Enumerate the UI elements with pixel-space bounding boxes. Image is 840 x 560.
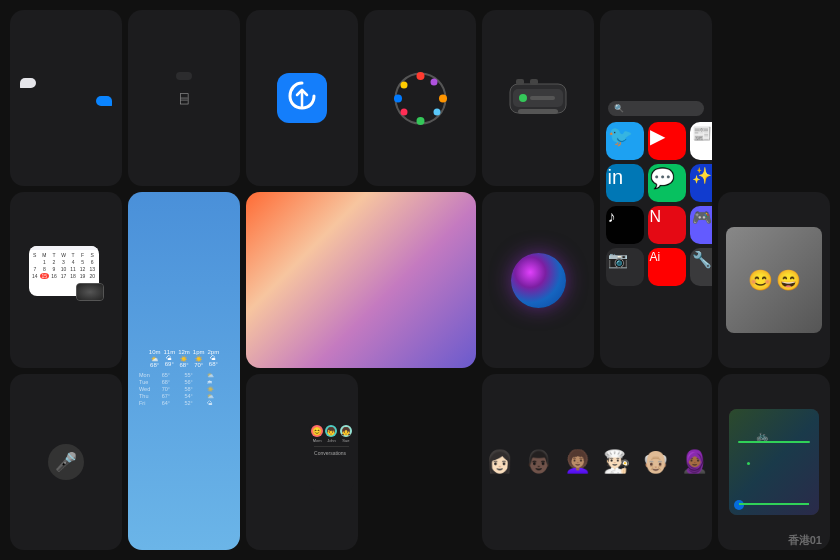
- app-folder-photo: 📷: [606, 248, 644, 286]
- main-grid: ⌸: [0, 0, 840, 560]
- car-keys-label: [482, 175, 594, 181]
- svg-point-8: [433, 108, 440, 115]
- translate-bubble-en: [20, 78, 36, 88]
- memoji-1: 👩🏻: [482, 445, 517, 480]
- app-folder-wechat: 💬: [648, 164, 686, 202]
- app-library-label: [600, 357, 712, 363]
- memoji-6: 🧕🏾: [677, 445, 712, 480]
- translate-card: [10, 10, 122, 186]
- new-memoji-card: 👩🏻 👨🏿 👩🏽‍🦱 🧑🏻‍🍳 👴🏼 🧕🏾: [482, 374, 712, 550]
- app-library-card: 🔍 🐦 ▶ 📰 🎵 in 💬 ✨ ▶ ♪ N 🎮 ⋯ 📷 Ai 🔧 📚: [600, 10, 712, 368]
- app-clips-card: [246, 10, 358, 186]
- pinned-conversations-card: 😊 Mom 👦 John 👧 Sue Conversations: [246, 374, 358, 550]
- memoji-row: 👩🏻 👨🏿 👩🏽‍🦱 🧑🏻‍🍳 👴🏼 🧕🏾: [482, 445, 712, 480]
- translate-bubble-zh: [96, 96, 112, 106]
- cycling-card: 🚲: [718, 374, 830, 550]
- cycling-map: 🚲: [729, 409, 819, 515]
- app-folder-utils: 🔧: [690, 248, 712, 286]
- svg-point-15: [519, 94, 527, 102]
- dictation-card: 🎤: [10, 374, 122, 550]
- watermark: 香港01: [788, 533, 822, 548]
- translate-label: [10, 175, 122, 181]
- guides-maps-label: [364, 175, 476, 181]
- memoji-4: 🧑🏻‍🍳: [599, 445, 634, 480]
- svg-rect-13: [530, 79, 538, 85]
- new-memoji-label: [482, 539, 712, 545]
- memoji-5: 👴🏼: [638, 445, 673, 480]
- ios-card: [246, 192, 476, 368]
- car-keys-card: [482, 10, 594, 186]
- svg-point-10: [400, 81, 407, 88]
- svg-point-5: [416, 117, 424, 125]
- app-library-grid: 🐦 ▶ 📰 🎵 in 💬 ✨ ▶ ♪ N 🎮 ⋯ 📷 Ai 🔧 📚: [606, 122, 707, 286]
- app-folder-netflix: N: [648, 206, 686, 244]
- guides-maps-icon: [393, 71, 448, 126]
- svg-point-3: [416, 72, 424, 80]
- svg-point-2: [395, 73, 445, 123]
- search-icon: 🔍: [614, 104, 624, 113]
- pip-video-overlay: [76, 283, 104, 301]
- svg-rect-16: [530, 96, 555, 100]
- app-clips-icon: [277, 73, 327, 123]
- car-keys-icon: [508, 76, 568, 121]
- app-folder-video: ▶: [648, 122, 686, 160]
- memoji-3: 👩🏽‍🦱: [560, 445, 595, 480]
- app-clips-label: [246, 175, 358, 181]
- mic-icon: 🎤: [48, 444, 84, 480]
- app-folder-adobe: Ai: [648, 248, 686, 286]
- pip-card: SMTWTFS 123456 78910111213 1415161718192…: [10, 192, 122, 368]
- pinned-label: [246, 539, 358, 545]
- weather-card: 10m⛅68° 11m🌤69° 12m☀️68° 1pm☀️70° 2pm🌤68…: [128, 192, 240, 550]
- app-folder-disney: ✨: [690, 164, 712, 202]
- svg-rect-12: [516, 79, 524, 85]
- pinned-phone-preview: 😊 Mom 👦 John 👧 Sue Conversations: [309, 421, 354, 491]
- group-photo-label: [718, 357, 830, 363]
- app-folder-tiktok: ♪: [606, 206, 644, 244]
- svg-point-9: [400, 108, 407, 115]
- memoji-2: 👨🏿: [521, 445, 556, 480]
- svg-point-7: [430, 78, 437, 85]
- compact-siri-label: [482, 357, 594, 363]
- messages-tag: [176, 72, 192, 80]
- svg-point-4: [439, 94, 447, 102]
- app-folder-games: 🎮: [690, 206, 712, 244]
- messages-inline-card: ⌸: [128, 10, 240, 186]
- app-folder-news: 📰: [690, 122, 712, 160]
- svg-rect-17: [518, 109, 558, 114]
- app-library-search[interactable]: 🔍: [608, 101, 703, 116]
- pip-label: [10, 357, 122, 363]
- group-photo-card: 😊 😄: [718, 192, 830, 368]
- weather-forecast: 10m⛅68° 11m🌤69° 12m☀️68° 1pm☀️70° 2pm🌤68…: [149, 349, 219, 368]
- compact-siri-card: [482, 192, 594, 368]
- app-folder-linked: in: [606, 164, 644, 202]
- app-folder-social: 🐦: [606, 122, 644, 160]
- messages-inline-label: [128, 175, 240, 181]
- guides-maps-card: [364, 10, 476, 186]
- dictation-label: [10, 539, 122, 545]
- siri-ball-icon: [511, 253, 566, 308]
- svg-point-6: [394, 94, 402, 102]
